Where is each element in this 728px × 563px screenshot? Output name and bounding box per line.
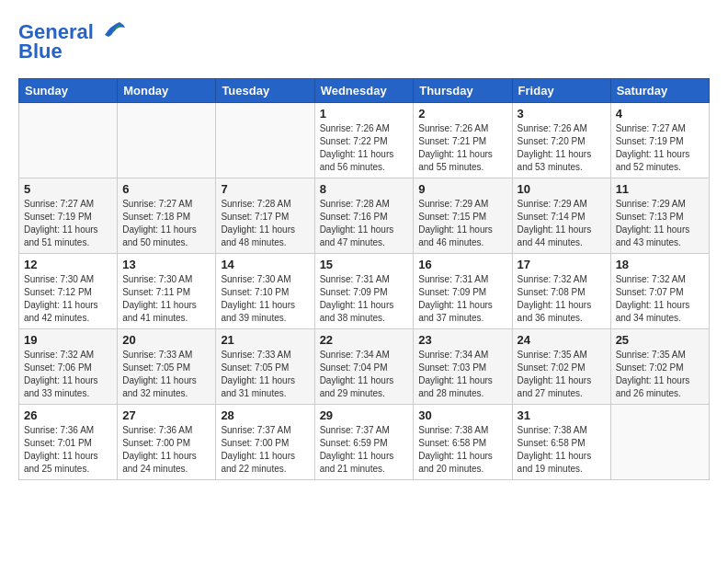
cell-info-text: Sunrise: 7:38 AM Sunset: 6:58 PM Dayligh… (518, 424, 606, 476)
cell-info-text: Sunrise: 7:36 AM Sunset: 7:00 PM Dayligh… (122, 424, 210, 476)
cell-info-text: Sunrise: 7:29 AM Sunset: 7:15 PM Dayligh… (418, 198, 506, 249)
cell-info-text: Sunrise: 7:34 AM Sunset: 7:03 PM Dayligh… (418, 349, 506, 400)
cell-date-number: 29 (320, 408, 409, 422)
calendar-cell: 15Sunrise: 7:31 AM Sunset: 7:09 PM Dayli… (314, 254, 414, 329)
cell-date-number: 8 (320, 182, 409, 196)
calendar-cell: 26Sunrise: 7:36 AM Sunset: 7:01 PM Dayli… (19, 405, 118, 480)
cell-info-text: Sunrise: 7:32 AM Sunset: 7:08 PM Dayligh… (518, 273, 606, 325)
calendar-cell: 16Sunrise: 7:31 AM Sunset: 7:09 PM Dayli… (414, 254, 512, 329)
calendar-cell: 31Sunrise: 7:38 AM Sunset: 6:58 PM Dayli… (512, 405, 610, 480)
cell-info-text: Sunrise: 7:26 AM Sunset: 7:22 PM Dayligh… (320, 122, 409, 174)
cell-info-text: Sunrise: 7:30 AM Sunset: 7:12 PM Dayligh… (24, 273, 112, 325)
calendar-cell: 23Sunrise: 7:34 AM Sunset: 7:03 PM Dayli… (414, 329, 512, 405)
calendar-cell: 17Sunrise: 7:32 AM Sunset: 7:08 PM Dayli… (512, 254, 610, 329)
cell-info-text: Sunrise: 7:33 AM Sunset: 7:05 PM Dayligh… (221, 349, 309, 400)
cell-date-number: 27 (122, 408, 210, 422)
weekday-header-friday: Friday (512, 79, 610, 103)
calendar-cell: 20Sunrise: 7:33 AM Sunset: 7:05 PM Dayli… (118, 329, 216, 405)
weekday-header-monday: Monday (118, 79, 216, 103)
calendar-body: 1Sunrise: 7:26 AM Sunset: 7:22 PM Daylig… (19, 103, 710, 480)
cell-info-text: Sunrise: 7:33 AM Sunset: 7:05 PM Dayligh… (122, 349, 210, 400)
weekday-header-saturday: Saturday (610, 79, 709, 103)
cell-date-number: 13 (122, 258, 210, 271)
cell-date-number: 26 (24, 408, 112, 422)
calendar-week-1: 5Sunrise: 7:27 AM Sunset: 7:19 PM Daylig… (19, 178, 710, 254)
cell-date-number: 20 (122, 333, 210, 347)
cell-info-text: Sunrise: 7:29 AM Sunset: 7:14 PM Dayligh… (518, 198, 606, 249)
calendar-week-3: 19Sunrise: 7:32 AM Sunset: 7:06 PM Dayli… (19, 329, 710, 405)
calendar-cell: 18Sunrise: 7:32 AM Sunset: 7:07 PM Dayli… (610, 254, 709, 329)
cell-info-text: Sunrise: 7:29 AM Sunset: 7:13 PM Dayligh… (616, 198, 704, 249)
cell-info-text: Sunrise: 7:38 AM Sunset: 6:58 PM Dayligh… (418, 424, 506, 476)
cell-date-number: 1 (320, 107, 409, 121)
cell-info-text: Sunrise: 7:31 AM Sunset: 7:09 PM Dayligh… (320, 273, 409, 325)
calendar-cell: 14Sunrise: 7:30 AM Sunset: 7:10 PM Dayli… (216, 254, 314, 329)
cell-info-text: Sunrise: 7:27 AM Sunset: 7:19 PM Dayligh… (24, 198, 112, 249)
calendar-cell: 5Sunrise: 7:27 AM Sunset: 7:19 PM Daylig… (19, 178, 118, 254)
cell-info-text: Sunrise: 7:27 AM Sunset: 7:18 PM Dayligh… (122, 198, 210, 249)
cell-date-number: 28 (221, 408, 309, 422)
cell-info-text: Sunrise: 7:26 AM Sunset: 7:20 PM Dayligh… (518, 122, 606, 174)
cell-info-text: Sunrise: 7:35 AM Sunset: 7:02 PM Dayligh… (518, 349, 606, 400)
cell-info-text: Sunrise: 7:32 AM Sunset: 7:06 PM Dayligh… (24, 349, 112, 400)
calendar-cell: 11Sunrise: 7:29 AM Sunset: 7:13 PM Dayli… (610, 178, 709, 254)
calendar-cell (118, 103, 216, 178)
calendar-cell: 3Sunrise: 7:26 AM Sunset: 7:20 PM Daylig… (512, 103, 610, 178)
cell-date-number: 19 (24, 333, 112, 347)
cell-date-number: 17 (518, 258, 606, 271)
cell-date-number: 3 (518, 107, 606, 121)
cell-date-number: 14 (221, 258, 309, 271)
cell-date-number: 23 (418, 333, 506, 347)
cell-date-number: 4 (616, 107, 704, 121)
cell-date-number: 30 (418, 408, 506, 422)
cell-info-text: Sunrise: 7:30 AM Sunset: 7:10 PM Dayligh… (221, 273, 309, 325)
calendar-cell: 2Sunrise: 7:26 AM Sunset: 7:21 PM Daylig… (414, 103, 512, 178)
calendar-cell: 19Sunrise: 7:32 AM Sunset: 7:06 PM Dayli… (19, 329, 118, 405)
cell-date-number: 16 (418, 258, 506, 271)
cell-info-text: Sunrise: 7:28 AM Sunset: 7:17 PM Dayligh… (221, 198, 309, 249)
cell-date-number: 15 (320, 258, 409, 271)
cell-date-number: 7 (221, 182, 309, 196)
cell-info-text: Sunrise: 7:34 AM Sunset: 7:04 PM Dayligh… (320, 349, 409, 400)
calendar-cell: 22Sunrise: 7:34 AM Sunset: 7:04 PM Dayli… (314, 329, 414, 405)
calendar-cell: 7Sunrise: 7:28 AM Sunset: 7:17 PM Daylig… (216, 178, 314, 254)
calendar-cell: 1Sunrise: 7:26 AM Sunset: 7:22 PM Daylig… (314, 103, 414, 178)
logo: General Blue (18, 18, 127, 63)
calendar-table: SundayMondayTuesdayWednesdayThursdayFrid… (18, 78, 710, 480)
cell-date-number: 11 (616, 182, 704, 196)
cell-date-number: 18 (616, 258, 704, 271)
calendar-header-row: SundayMondayTuesdayWednesdayThursdayFrid… (19, 79, 710, 103)
calendar-cell: 27Sunrise: 7:36 AM Sunset: 7:00 PM Dayli… (118, 405, 216, 480)
page-header: General Blue (18, 18, 710, 63)
calendar-cell (216, 103, 314, 178)
calendar-cell (19, 103, 118, 178)
cell-info-text: Sunrise: 7:37 AM Sunset: 6:59 PM Dayligh… (320, 424, 409, 476)
cell-info-text: Sunrise: 7:35 AM Sunset: 7:02 PM Dayligh… (616, 349, 704, 400)
calendar-week-0: 1Sunrise: 7:26 AM Sunset: 7:22 PM Daylig… (19, 103, 710, 178)
cell-date-number: 25 (616, 333, 704, 347)
calendar-cell: 9Sunrise: 7:29 AM Sunset: 7:15 PM Daylig… (414, 178, 512, 254)
cell-date-number: 24 (518, 333, 606, 347)
cell-date-number: 21 (221, 333, 309, 347)
calendar-cell: 30Sunrise: 7:38 AM Sunset: 6:58 PM Dayli… (414, 405, 512, 480)
cell-date-number: 6 (122, 182, 210, 196)
cell-date-number: 2 (418, 107, 506, 121)
calendar-cell: 4Sunrise: 7:27 AM Sunset: 7:19 PM Daylig… (610, 103, 709, 178)
cell-info-text: Sunrise: 7:37 AM Sunset: 7:00 PM Dayligh… (221, 424, 309, 476)
cell-info-text: Sunrise: 7:31 AM Sunset: 7:09 PM Dayligh… (418, 273, 506, 325)
cell-date-number: 10 (518, 182, 606, 196)
calendar-cell: 8Sunrise: 7:28 AM Sunset: 7:16 PM Daylig… (314, 178, 414, 254)
calendar-cell (610, 405, 709, 480)
calendar-cell: 24Sunrise: 7:35 AM Sunset: 7:02 PM Dayli… (512, 329, 610, 405)
calendar-cell: 12Sunrise: 7:30 AM Sunset: 7:12 PM Dayli… (19, 254, 118, 329)
calendar-cell: 25Sunrise: 7:35 AM Sunset: 7:02 PM Dayli… (610, 329, 709, 405)
calendar-cell: 13Sunrise: 7:30 AM Sunset: 7:11 PM Dayli… (118, 254, 216, 329)
weekday-header-thursday: Thursday (414, 79, 512, 103)
cell-info-text: Sunrise: 7:26 AM Sunset: 7:21 PM Dayligh… (418, 122, 506, 174)
cell-date-number: 22 (320, 333, 409, 347)
weekday-header-wednesday: Wednesday (314, 79, 414, 103)
weekday-header-tuesday: Tuesday (216, 79, 314, 103)
calendar-cell: 29Sunrise: 7:37 AM Sunset: 6:59 PM Dayli… (314, 405, 414, 480)
cell-info-text: Sunrise: 7:36 AM Sunset: 7:01 PM Dayligh… (24, 424, 112, 476)
calendar-cell: 6Sunrise: 7:27 AM Sunset: 7:18 PM Daylig… (118, 178, 216, 254)
